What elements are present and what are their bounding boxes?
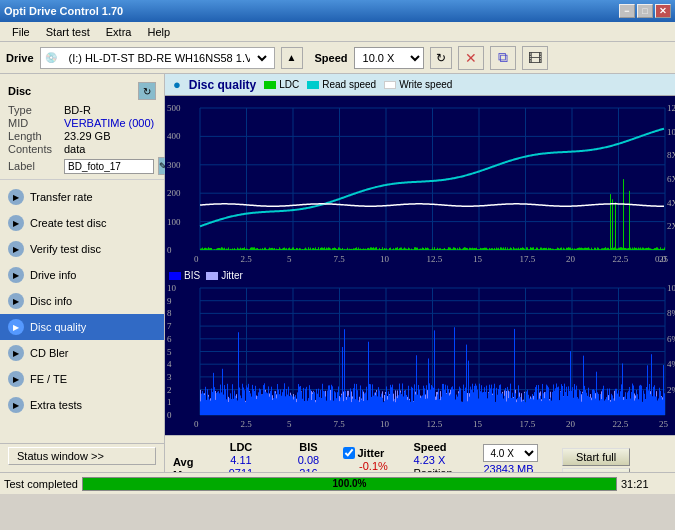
cd-bler-label: CD Bler: [30, 347, 69, 359]
bottom-bar: Test completed 100.0% 31:21: [0, 472, 675, 494]
drive-bar: Drive 💿 (I:) HL-DT-ST BD-RE WH16NS58 1.V…: [0, 42, 675, 74]
menu-file[interactable]: File: [4, 24, 38, 40]
chart2-legend: BIS Jitter: [165, 268, 675, 283]
fe-te-label: FE / TE: [30, 373, 67, 385]
sidebar-item-disc-quality[interactable]: ▶ Disc quality: [0, 314, 164, 340]
disc-section-title: Disc: [8, 85, 31, 97]
menu-bar: File Start test Extra Help: [0, 22, 675, 42]
write-speed-legend-color: [384, 81, 396, 89]
write-speed-legend: Write speed: [384, 79, 452, 90]
create-test-label: Create test disc: [30, 217, 106, 229]
status-window-button[interactable]: Status window >>: [8, 447, 156, 465]
test-completed-label: Test completed: [4, 478, 78, 490]
mid-label: MID: [8, 117, 60, 129]
sidebar-item-disc-info[interactable]: ▶ Disc info: [0, 288, 164, 314]
menu-extra[interactable]: Extra: [98, 24, 140, 40]
read-speed-legend: Read speed: [307, 79, 376, 90]
minimize-button[interactable]: −: [619, 4, 635, 18]
avg-bis: 0.08: [283, 454, 333, 466]
type-label: Type: [8, 104, 60, 116]
ldc-legend: LDC: [264, 79, 299, 90]
write-speed-legend-label: Write speed: [399, 79, 452, 90]
copy-button[interactable]: ⧉: [490, 46, 516, 70]
verify-test-label: Verify test disc: [30, 243, 101, 255]
length-label: Length: [8, 130, 60, 142]
transfer-rate-label: Transfer rate: [30, 191, 93, 203]
drive-select[interactable]: (I:) HL-DT-ST BD-RE WH16NS58 1.V1: [61, 48, 270, 68]
extra-tests-label: Extra tests: [30, 399, 82, 411]
max-bis: 216: [283, 467, 333, 472]
menu-start-test[interactable]: Start test: [38, 24, 98, 40]
sidebar-item-verify-test-disc[interactable]: ▶ Verify test disc: [0, 236, 164, 262]
drive-label: Drive: [6, 52, 34, 64]
film-button[interactable]: 🎞: [522, 46, 548, 70]
progress-label: 100.0%: [83, 478, 616, 490]
close-button[interactable]: ✕: [655, 4, 671, 18]
disc-quality-label: Disc quality: [30, 321, 86, 333]
avg-jitter: -0.1%: [343, 460, 403, 472]
disc-quality-icon: ▶: [8, 319, 24, 335]
contents-value: data: [64, 143, 85, 155]
progress-bar: 100.0%: [82, 477, 617, 491]
create-test-icon: ▶: [8, 215, 24, 231]
disc-info-label: Disc info: [30, 295, 72, 307]
sidebar-item-extra-tests[interactable]: ▶ Extra tests: [0, 392, 164, 418]
cd-bler-icon: ▶: [8, 345, 24, 361]
label-label: Label: [8, 160, 60, 172]
jitter-header-row: Jitter: [343, 447, 403, 459]
drive-icon: 💿: [45, 52, 57, 63]
erase-button[interactable]: ✕: [458, 46, 484, 70]
speed-label: Speed: [315, 52, 348, 64]
sidebar-item-fe-te[interactable]: ▶ FE / TE: [0, 366, 164, 392]
app-title: Opti Drive Control 1.70: [4, 5, 619, 17]
drive-info-label: Drive info: [30, 269, 76, 281]
disc-info-icon: ▶: [8, 293, 24, 309]
chart-header: ● Disc quality LDC Read speed Write spee…: [165, 74, 675, 96]
menu-help[interactable]: Help: [139, 24, 178, 40]
sidebar-item-cd-bler[interactable]: ▶ CD Bler: [0, 340, 164, 366]
max-ldc: 9711: [208, 467, 273, 472]
avg-ldc: 4.11: [208, 454, 273, 466]
bis-col-header: BIS: [283, 441, 333, 453]
ldc-chart: [165, 98, 675, 268]
speed-select[interactable]: 10.0 X: [354, 47, 424, 69]
bis-legend: BIS: [169, 270, 200, 281]
sidebar-item-drive-info[interactable]: ▶ Drive info: [0, 262, 164, 288]
type-value: BD-R: [64, 104, 91, 116]
speed-col-header: Speed: [413, 441, 473, 453]
extra-tests-icon: ▶: [8, 397, 24, 413]
position-label: Position: [413, 467, 473, 472]
ldc-col-header: LDC: [208, 441, 273, 453]
jitter-legend-color: [206, 272, 218, 280]
test-speed-select[interactable]: 4.0 X: [483, 444, 538, 462]
start-part-button[interactable]: Start part: [562, 468, 629, 473]
jitter-checkbox[interactable]: [343, 447, 355, 459]
refresh-button[interactable]: ↻: [430, 47, 452, 69]
label-input[interactable]: [64, 159, 154, 174]
main-layout: Disc ↻ Type BD-R MID VERBATIMe (000) Len…: [0, 74, 675, 472]
maximize-button[interactable]: □: [637, 4, 653, 18]
bis-jitter-chart: [165, 283, 675, 433]
bis-legend-label: BIS: [184, 270, 200, 281]
bis-legend-color: [169, 272, 181, 280]
avg-label: Avg: [173, 456, 198, 468]
content-area: ● Disc quality LDC Read speed Write spee…: [165, 74, 675, 472]
sidebar-item-transfer-rate[interactable]: ▶ Transfer rate: [0, 184, 164, 210]
disc-info-panel: Disc ↻ Type BD-R MID VERBATIMe (000) Len…: [0, 78, 164, 180]
chart-title: Disc quality: [189, 78, 256, 92]
start-full-button[interactable]: Start full: [562, 448, 629, 466]
contents-label: Contents: [8, 143, 60, 155]
ldc-legend-label: LDC: [279, 79, 299, 90]
jitter-legend-label: Jitter: [221, 270, 243, 281]
status-section: Status window >>: [0, 443, 164, 468]
eject-button[interactable]: ▲: [281, 47, 303, 69]
mid-value: VERBATIMe (000): [64, 117, 154, 129]
read-speed-legend-label: Read speed: [322, 79, 376, 90]
sidebar-item-create-test-disc[interactable]: ▶ Create test disc: [0, 210, 164, 236]
sidebar: Disc ↻ Type BD-R MID VERBATIMe (000) Len…: [0, 74, 165, 472]
verify-test-icon: ▶: [8, 241, 24, 257]
jitter-legend: Jitter: [206, 270, 243, 281]
disc-refresh-icon[interactable]: ↻: [138, 82, 156, 100]
drive-info-icon: ▶: [8, 267, 24, 283]
position-value: 23843 MB: [483, 463, 548, 472]
